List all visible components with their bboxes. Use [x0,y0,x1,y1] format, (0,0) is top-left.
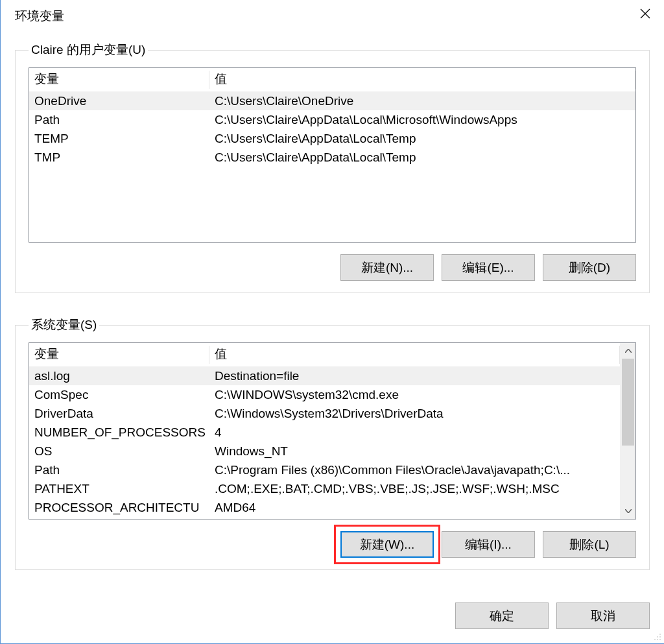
cell-variable: Path [29,113,209,127]
user-vars-list[interactable]: 变量 值 OneDriveC:\Users\Claire\OneDrivePat… [29,67,636,243]
system-edit-button[interactable]: 编辑(I)... [442,531,535,558]
svg-point-7 [659,639,661,640]
table-row[interactable]: OSWindows_NT [29,442,620,460]
cancel-button[interactable]: 取消 [556,602,650,629]
scroll-up-icon[interactable] [621,343,635,359]
table-row[interactable]: PathC:\Users\Claire\AppData\Local\Micros… [29,110,635,129]
user-vars-header: 变量 值 [29,68,635,91]
system-vars-group: 系统变量(S) 变量 值 asl.logDestination=fileComS… [15,316,650,570]
cell-value: C:\Program Files (x86)\Common Files\Orac… [209,463,620,477]
cell-value: 4 [209,425,620,440]
cell-value: Destination=file [209,369,620,383]
svg-point-4 [659,636,661,638]
svg-point-6 [657,639,658,640]
cell-value: AMD64 [209,501,620,515]
table-row[interactable]: NUMBER_OF_PROCESSORS4 [29,423,620,442]
cell-value: C:\WINDOWS\system32\cmd.exe [209,388,620,402]
table-row[interactable]: TEMPC:\Users\Claire\AppData\Local\Temp [29,129,635,148]
cell-variable: OS [29,444,209,459]
table-row[interactable]: ComSpecC:\WINDOWS\system32\cmd.exe [29,385,620,404]
svg-point-3 [657,636,658,638]
cell-value: C:\Windows\System32\Drivers\DriverData [209,407,620,421]
cell-variable: PATHEXT [29,482,209,496]
table-row[interactable]: PATHEXT.COM;.EXE;.BAT;.CMD;.VBS;.VBE;.JS… [29,479,620,498]
close-button[interactable] [626,0,664,27]
system-vars-buttons: 新建(W)... 编辑(I)... 删除(L) [29,531,636,558]
cell-variable: Path [29,463,209,477]
ok-button[interactable]: 确定 [455,602,549,629]
env-vars-dialog: 环境变量 Claire 的用户变量(U) 变量 值 OneDriveC:\Use… [0,0,664,644]
scroll-thumb[interactable] [622,359,634,446]
system-vars-legend: 系统变量(S) [29,316,99,333]
table-row[interactable]: PathC:\Program Files (x86)\Common Files\… [29,460,620,479]
svg-point-5 [654,639,656,640]
table-row[interactable]: PROCESSOR_ARCHITECTUAMD64 [29,498,620,517]
cell-variable: ComSpec [29,388,209,402]
cell-value: C:\Users\Claire\AppData\Local\Temp [209,150,635,165]
user-vars-buttons: 新建(N)... 编辑(E)... 删除(D) [29,254,636,281]
user-delete-button[interactable]: 删除(D) [543,254,636,281]
cell-variable: TMP [29,150,209,165]
cell-variable: NUMBER_OF_PROCESSORS [29,425,209,440]
user-vars-group: Claire 的用户变量(U) 变量 值 OneDriveC:\Users\Cl… [15,42,650,293]
user-new-button[interactable]: 新建(N)... [340,254,434,281]
close-icon [640,8,650,19]
cell-value: C:\Users\Claire\AppData\Local\Temp [209,132,635,146]
system-vars-scrollbar[interactable] [620,343,635,519]
cell-variable: DriverData [29,407,209,421]
window-title: 环境变量 [15,8,64,25]
system-header-value[interactable]: 值 [209,343,620,366]
table-row[interactable]: TMPC:\Users\Claire\AppData\Local\Temp [29,148,635,167]
user-vars-body: OneDriveC:\Users\Claire\OneDrivePathC:\U… [29,91,635,167]
scroll-down-icon[interactable] [621,503,635,519]
scroll-track[interactable] [621,359,635,503]
cell-variable: PROCESSOR_ARCHITECTU [29,501,209,515]
cell-variable: TEMP [29,132,209,146]
table-row[interactable]: asl.logDestination=file [29,366,620,385]
table-row[interactable]: OneDriveC:\Users\Claire\OneDrive [29,91,635,110]
cell-variable: OneDrive [29,94,209,108]
system-new-button[interactable]: 新建(W)... [340,531,434,558]
titlebar: 环境变量 [1,0,664,32]
user-header-value[interactable]: 值 [209,68,635,91]
system-vars-body: asl.logDestination=fileComSpecC:\WINDOWS… [29,366,620,517]
dialog-buttons: 确定 取消 [455,602,650,629]
table-row[interactable]: DriverDataC:\Windows\System32\Drivers\Dr… [29,404,620,423]
system-vars-list[interactable]: 变量 值 asl.logDestination=fileComSpecC:\WI… [29,342,636,519]
cell-value: Windows_NT [209,444,620,459]
cell-value: C:\Users\Claire\OneDrive [209,94,635,108]
resize-grip[interactable] [651,630,661,641]
user-header-variable[interactable]: 变量 [29,68,209,91]
svg-point-2 [659,634,661,635]
cell-value: .COM;.EXE;.BAT;.CMD;.VBS;.VBE;.JS;.JSE;.… [209,482,620,496]
system-vars-header: 变量 值 [29,343,620,366]
cell-value: C:\Users\Claire\AppData\Local\Microsoft\… [209,113,635,127]
user-vars-legend: Claire 的用户变量(U) [29,42,148,58]
system-delete-button[interactable]: 删除(L) [543,531,636,558]
dialog-content: Claire 的用户变量(U) 变量 值 OneDriveC:\Users\Cl… [1,32,664,643]
system-header-variable[interactable]: 变量 [29,343,209,366]
user-edit-button[interactable]: 编辑(E)... [442,254,535,281]
cell-variable: asl.log [29,369,209,383]
